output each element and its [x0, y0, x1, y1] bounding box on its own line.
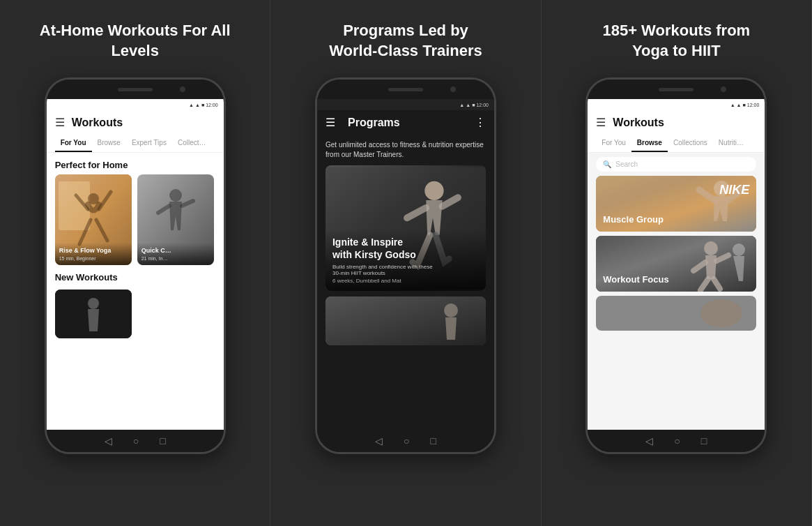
new-card-1[interactable]	[55, 290, 132, 338]
screen-3: ☰ Workouts For You Browse Collections Nu…	[588, 110, 765, 430]
screen-2: ☰ Programs ⋮ Get unlimited access to fit…	[317, 110, 494, 430]
hero-title: Ignite & Inspirewith Kirsty Godso	[332, 236, 479, 261]
wifi-icon: ▲	[195, 103, 200, 107]
workout-cards: Rise & Flow Yoga 15 min, Beginner	[47, 174, 224, 265]
tab-for-you-3[interactable]: For You	[596, 135, 631, 152]
screen-1: ☰ Workouts For You Browse Expert Tips Co…	[47, 110, 224, 430]
phone-2: ▲ ▲ ■ 12:00 ☰ Programs ⋮ Get unlimited a…	[315, 77, 496, 454]
camera-1	[180, 87, 185, 92]
panel-2: Programs Led byWorld-Class Trainers ▲ ▲ …	[270, 0, 541, 526]
phone-bottom-2: ◁ ○ □	[317, 430, 494, 452]
menu-icon-2[interactable]: ☰	[325, 116, 335, 129]
back-btn-1[interactable]: ◁	[105, 435, 112, 446]
speaker-2	[388, 88, 423, 91]
new-workouts	[47, 290, 224, 338]
tab-collect-1[interactable]: Collect…	[172, 135, 212, 152]
svg-point-17	[700, 299, 742, 327]
svg-point-14	[704, 241, 718, 255]
app-title-1: Workouts	[72, 117, 123, 129]
phone-1: ▲ ▲ ■ 12:00 ☰ Workouts For You Browse Ex…	[45, 77, 226, 454]
section-perfect: Perfect for Home	[47, 153, 224, 174]
recent-btn-2[interactable]: □	[430, 435, 436, 446]
svg-point-6	[88, 298, 99, 309]
search-bar[interactable]: 🔍 Search	[596, 157, 756, 172]
yoga-card-info: Rise & Flow Yoga 15 min, Beginner	[55, 243, 132, 265]
hero-overlay: Ignite & Inspirewith Kirsty Godso Build …	[325, 229, 486, 291]
svg-point-8	[424, 181, 443, 200]
svg-point-10	[444, 303, 458, 317]
search-placeholder: Search	[615, 160, 638, 168]
focus-label: Workout Focus	[603, 274, 668, 285]
panel-1: At-Home Workouts For All Levels ▲ ▲ ■ 12…	[0, 0, 270, 526]
camera-2	[450, 87, 456, 92]
status-bar-2: ▲ ▲ ■ 12:00	[317, 99, 494, 110]
recent-btn-1[interactable]: □	[160, 435, 165, 446]
browse-grid: Muscle Group NIKE	[588, 176, 765, 331]
quick-card-meta: 21 min, In…	[141, 256, 210, 261]
tab-expert-1[interactable]: Expert Tips	[126, 135, 172, 152]
time-display-2: 12:00	[476, 103, 489, 107]
status-bar-1: ▲ ▲ ■ 12:00	[47, 99, 224, 110]
programs-desc: Get unlimited access to fitness & nutrit…	[317, 135, 494, 165]
section-new: New Workouts	[47, 265, 224, 287]
category-focus[interactable]: Workout Focus	[596, 236, 756, 292]
home-btn-3[interactable]: ○	[674, 435, 680, 446]
back-btn-3[interactable]: ◁	[645, 435, 653, 446]
tab-collections-3[interactable]: Collections	[668, 135, 713, 152]
camera-3	[721, 87, 726, 92]
more-icon-2[interactable]: ⋮	[475, 116, 486, 129]
recent-btn-3[interactable]: □	[701, 435, 707, 446]
quick-card-info: Quick C… 21 min, In…	[137, 243, 214, 265]
svg-point-15	[733, 243, 745, 256]
yoga-card-title: Rise & Flow Yoga	[59, 247, 128, 255]
panel-1-title: At-Home Workouts For All Levels	[14, 21, 256, 61]
category-muscle[interactable]: Muscle Group NIKE	[596, 176, 756, 232]
tabs-3: For You Browse Collections Nutriti…	[588, 135, 765, 153]
battery-icon: ■	[201, 103, 204, 107]
wifi-icon-2: ▲	[466, 103, 470, 107]
battery-icon-3: ■	[743, 103, 746, 107]
wifi-icon-3: ▲	[737, 103, 742, 107]
tab-nutri-3[interactable]: Nutriti…	[713, 135, 749, 152]
phone-bottom-3: ◁ ○ □	[588, 430, 765, 452]
program-hero[interactable]: Ignite & Inspirewith Kirsty Godso Build …	[325, 165, 486, 291]
program-card-2[interactable]	[325, 296, 486, 345]
card-quick[interactable]: Quick C… 21 min, In…	[137, 174, 214, 265]
nike-logo: NIKE	[719, 183, 749, 197]
home-btn-2[interactable]: ○	[404, 435, 409, 446]
signal-icon-3: ▲	[730, 103, 735, 107]
app-header-3: ☰ Workouts	[588, 110, 765, 135]
tab-for-you-1[interactable]: For You	[55, 135, 92, 152]
menu-icon-3[interactable]: ☰	[596, 116, 606, 129]
category-partial	[596, 296, 756, 331]
header-left-2: ☰ Programs	[325, 116, 400, 129]
menu-icon-1[interactable]: ☰	[55, 116, 65, 129]
svg-point-4	[169, 189, 182, 202]
card-yoga[interactable]: Rise & Flow Yoga 15 min, Beginner	[55, 174, 132, 265]
back-btn-2[interactable]: ◁	[375, 435, 383, 446]
tab-browse-1[interactable]: Browse	[92, 135, 126, 152]
panel-2-title: Programs Led byWorld-Class Trainers	[329, 21, 482, 61]
app-header-2: ☰ Programs ⋮	[317, 110, 494, 135]
phone-top-2	[317, 80, 494, 99]
search-icon-3: 🔍	[603, 160, 611, 168]
battery-icon-2: ■	[472, 103, 475, 107]
phone-bottom-1: ◁ ○ □	[47, 430, 224, 452]
muscle-group-label: Muscle Group	[603, 214, 664, 225]
quick-card-title: Quick C…	[141, 247, 210, 255]
status-icons-3: ▲ ▲ ■ 12:00	[730, 103, 760, 107]
home-btn-1[interactable]: ○	[133, 435, 139, 446]
hero-desc: Build strength and confidence with these…	[332, 264, 479, 276]
signal-icon-2: ▲	[459, 103, 464, 107]
phone-3: ▲ ▲ ■ 12:00 ☰ Workouts For You Browse Co…	[585, 77, 767, 454]
yoga-card-meta: 15 min, Beginner	[59, 256, 128, 261]
status-icons-2: ▲ ▲ ■ 12:00	[459, 103, 489, 107]
app-title-2: Programs	[348, 117, 400, 129]
partial-img	[596, 296, 756, 331]
panel-3: 185+ Workouts fromYoga to HIIT ▲ ▲ ■ 12:…	[542, 0, 812, 526]
panel-3-title: 185+ Workouts fromYoga to HIIT	[602, 21, 750, 61]
speaker-1	[118, 88, 153, 91]
tab-browse-3[interactable]: Browse	[631, 135, 668, 152]
speaker-3	[659, 88, 694, 91]
svg-rect-9	[325, 296, 486, 345]
